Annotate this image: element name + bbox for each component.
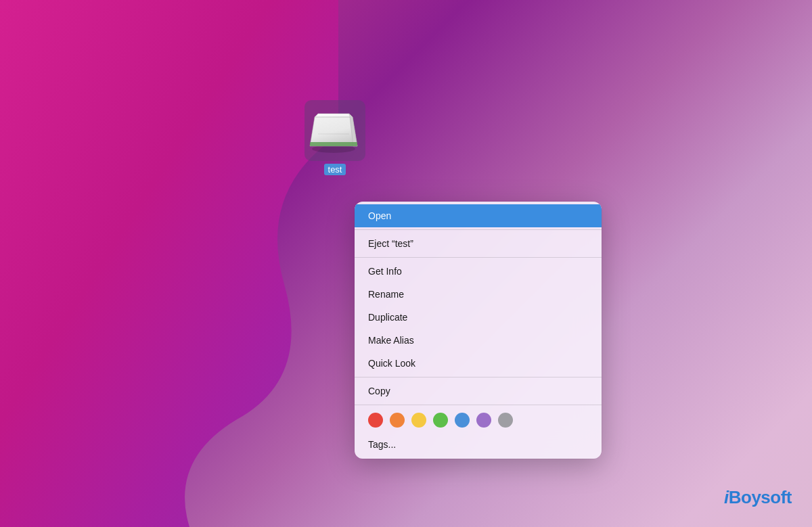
drive-icon-container[interactable]: test — [298, 100, 372, 175]
color-dot-gray[interactable] — [498, 413, 513, 428]
color-dot-orange[interactable] — [390, 413, 405, 428]
color-dot-blue[interactable] — [455, 413, 470, 428]
menu-item-tags[interactable]: Tags... — [355, 433, 602, 456]
menu-separator — [355, 405, 602, 405]
iboysoft-rest: Boysoft — [729, 487, 792, 507]
svg-rect-1 — [310, 142, 357, 146]
menu-item-eject[interactable]: Eject “test” — [355, 232, 602, 255]
menu-separator-after-open — [355, 229, 602, 230]
drive-svg — [304, 100, 363, 158]
context-menu: OpenEject “test”Get InfoRenameDuplicateM… — [355, 202, 602, 459]
menu-item-quick-look[interactable]: Quick Look — [355, 352, 602, 375]
menu-item-make-alias[interactable]: Make Alias — [355, 329, 602, 352]
menu-item-open[interactable]: Open — [355, 204, 602, 227]
menu-item-copy[interactable]: Copy — [355, 380, 602, 403]
menu-separator-after-eject — [355, 257, 602, 258]
color-dot-red[interactable] — [368, 413, 383, 428]
menu-separator-after-quick-look — [355, 377, 602, 377]
color-dot-yellow[interactable] — [411, 413, 426, 428]
color-dot-green[interactable] — [433, 413, 448, 428]
iboysoft-watermark: iBoysoft — [724, 487, 792, 508]
color-dot-purple[interactable] — [476, 413, 491, 428]
drive-label: test — [324, 164, 346, 175]
menu-item-duplicate[interactable]: Duplicate — [355, 306, 602, 329]
menu-item-get-info[interactable]: Get Info — [355, 260, 602, 283]
color-tags-row — [355, 407, 602, 433]
drive-icon[interactable] — [304, 100, 365, 161]
desktop-wave-decoration — [0, 0, 338, 527]
menu-item-rename[interactable]: Rename — [355, 283, 602, 306]
iboysoft-i: i — [724, 487, 729, 507]
